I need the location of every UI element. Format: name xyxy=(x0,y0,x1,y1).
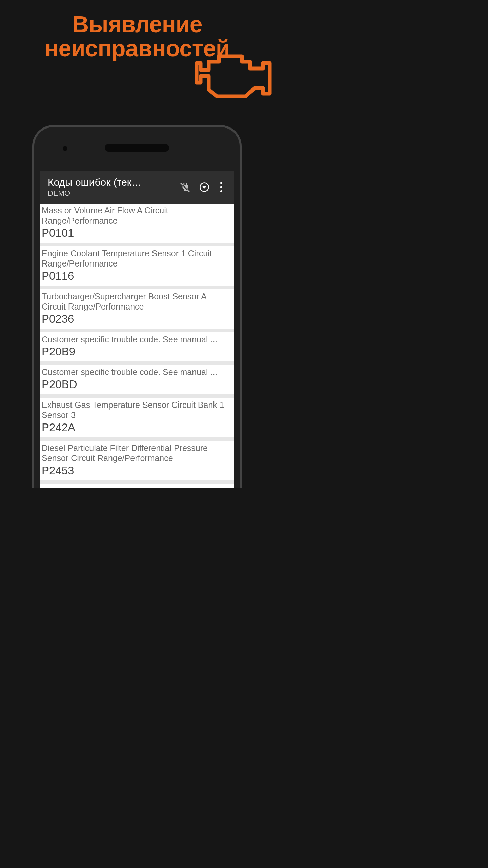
error-code: P2453 xyxy=(42,464,232,477)
list-item[interactable]: Customer specific trouble code. See manu… xyxy=(40,484,234,488)
error-description: Customer specific trouble code. See manu… xyxy=(42,486,232,488)
error-code: P0116 xyxy=(42,270,232,282)
error-code: P20B9 xyxy=(42,345,232,358)
list-item[interactable]: Engine Coolant Temperature Sensor 1 Circ… xyxy=(40,246,234,286)
dropdown-icon[interactable] xyxy=(195,178,214,197)
error-code: P20BD xyxy=(42,378,232,391)
error-description: Mass or Volume Air Flow A Circuit Range/… xyxy=(42,205,232,226)
list-item[interactable]: Turbocharger/Supercharger Boost Sensor A… xyxy=(40,289,234,329)
error-description: Customer specific trouble code. See manu… xyxy=(42,334,232,345)
error-description: Customer specific trouble code. See manu… xyxy=(42,367,232,377)
connection-off-icon[interactable] xyxy=(176,178,195,197)
error-codes-list[interactable]: Mass or Volume Air Flow A Circuit Range/… xyxy=(40,204,234,488)
page-subtitle: DEMO xyxy=(48,189,173,198)
phone-mockup: Коды ошибок (тек… DEMO Mass or Volume Ai… xyxy=(32,125,242,488)
list-item[interactable]: Diesel Particulate Filter Differential P… xyxy=(40,441,234,480)
error-code: P0236 xyxy=(42,313,232,326)
error-description: Diesel Particulate Filter Differential P… xyxy=(42,443,232,463)
list-item[interactable]: Customer specific trouble code. See manu… xyxy=(40,365,234,394)
error-description: Engine Coolant Temperature Sensor 1 Circ… xyxy=(42,248,232,269)
error-description: Turbocharger/Supercharger Boost Sensor A… xyxy=(42,291,232,312)
promo-headline-line1: Выявление xyxy=(72,11,202,37)
app-bar: Коды ошибок (тек… DEMO xyxy=(40,171,234,204)
list-item[interactable]: Exhaust Gas Temperature Sensor Circuit B… xyxy=(40,398,234,437)
app-bar-titles: Коды ошибок (тек… DEMO xyxy=(48,177,176,198)
error-code: P242A xyxy=(42,421,232,434)
error-code: P0101 xyxy=(42,226,232,239)
overflow-menu-icon[interactable] xyxy=(214,178,229,197)
error-description: Exhaust Gas Temperature Sensor Circuit B… xyxy=(42,400,232,420)
list-item[interactable]: Customer specific trouble code. See manu… xyxy=(40,332,234,361)
app-screen: Коды ошибок (тек… DEMO Mass or Volume Ai… xyxy=(40,171,234,488)
page-title: Коды ошибок (тек… xyxy=(48,177,173,188)
check-engine-icon xyxy=(195,54,272,106)
list-item[interactable]: Mass or Volume Air Flow A Circuit Range/… xyxy=(40,204,234,243)
